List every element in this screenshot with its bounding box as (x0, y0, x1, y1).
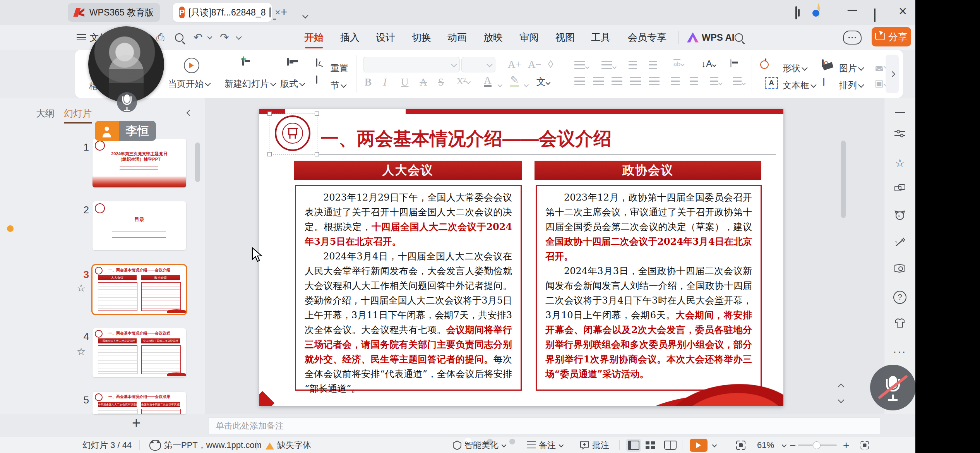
clear-format-icon[interactable]: ◊ (548, 58, 553, 70)
reset-icon[interactable] (316, 59, 317, 66)
text-box-button[interactable]: 文本框 (783, 79, 815, 91)
reset-button[interactable]: 重置 (331, 62, 348, 74)
align-center-icon[interactable] (593, 77, 604, 87)
layout-button[interactable]: 版式 (280, 78, 304, 90)
align-right-icon[interactable] (612, 77, 622, 87)
zoom-percent[interactable]: 61% (757, 437, 774, 453)
zoom-dropdown-icon[interactable] (782, 437, 785, 453)
distribute-icon[interactable] (649, 77, 660, 87)
highlight-button[interactable]: ✎ (510, 76, 519, 87)
collapse-panel-icon[interactable] (187, 110, 192, 117)
new-slide-icon[interactable] (242, 58, 244, 65)
bold-button[interactable]: B (365, 76, 372, 88)
find-icon[interactable] (175, 25, 183, 50)
ribbon-tab-transition[interactable]: 切换 (408, 25, 435, 50)
quick-effects-icon[interactable]: ☆ (895, 157, 905, 170)
char-spacing-icon[interactable]: ab (673, 61, 684, 68)
workspace-scrollbar[interactable] (841, 141, 846, 218)
notes-button[interactable]: 备注 (527, 437, 562, 453)
more-options-icon[interactable]: ··· (893, 346, 907, 358)
smart-beautify-button[interactable]: 智能美化 (453, 437, 505, 453)
restore-button[interactable] (874, 9, 875, 21)
minimize-button[interactable]: ─ (848, 2, 857, 17)
ribbon-tab-member[interactable]: 会员专享 (624, 25, 670, 50)
mute-microphone-button[interactable] (870, 365, 916, 410)
picture-button[interactable]: 图片 (839, 62, 863, 74)
close-tab-icon[interactable]: × (275, 8, 280, 17)
present-on-screen-icon[interactable] (269, 7, 271, 17)
slideshow-play-button[interactable] (690, 439, 708, 452)
tab-slides[interactable]: 幻灯片 (64, 107, 92, 124)
reading-view-button[interactable] (664, 437, 677, 453)
new-tab-button[interactable]: + (281, 5, 288, 19)
move-up-para-icon[interactable] (671, 77, 680, 87)
ribbon-tab-view[interactable]: 视图 (552, 25, 579, 50)
shapes-icon[interactable] (765, 59, 766, 66)
undo-icon[interactable]: ↶ (194, 25, 202, 50)
comment-button[interactable]: 批注 (580, 437, 609, 453)
start-from-page-button[interactable]: 当页开始 (168, 78, 209, 90)
arrange-icon[interactable] (823, 79, 824, 86)
next-slide-button[interactable] (839, 397, 846, 405)
slide-thumbnail-4[interactable]: 一、两会基本情况介绍——会议议程 十四届全国人大二次会议议程 全国政协十四届二次… (93, 328, 186, 377)
slide-thumbnail-5[interactable]: 一、两会基本情况介绍——会议成果 十四届全国人大二次会议审议通过 全国政协十四届… (93, 392, 186, 414)
play-dropdown-icon[interactable] (712, 437, 716, 453)
picture-icon[interactable] (822, 60, 824, 67)
switch-window-icon[interactable] (894, 184, 905, 195)
vertical-align-icon[interactable] (733, 77, 745, 87)
fill-color-icon[interactable]: ◛ (875, 60, 887, 71)
previous-slide-button[interactable] (839, 384, 846, 391)
pinyin-guide-button[interactable]: 文 (536, 76, 549, 88)
cloud-more-icon[interactable] (843, 25, 862, 50)
ribbon-tab-home[interactable]: 开始 (300, 25, 327, 50)
new-slide-button[interactable]: 新建幻灯片 (224, 78, 275, 90)
zoom-slider-knob[interactable] (813, 441, 821, 449)
zoom-out-button[interactable]: − (790, 437, 796, 453)
move-down-para-icon[interactable] (690, 77, 698, 87)
labs-cube-icon[interactable] (795, 7, 797, 19)
increase-indent-icon[interactable] (649, 61, 657, 70)
strikethrough-a-button[interactable]: A (420, 76, 427, 88)
font-name-select[interactable] (363, 57, 460, 72)
shrink-font-button[interactable]: A− (528, 58, 541, 70)
italic-button[interactable]: I (383, 76, 387, 88)
undo-dropdown-icon[interactable] (207, 25, 211, 50)
font-color-button[interactable]: A (484, 76, 492, 87)
decrease-indent-icon[interactable] (629, 61, 637, 70)
ribbon-tab-animation[interactable]: 动画 (444, 25, 471, 50)
notes-bar[interactable]: 单击此处添加备注 (208, 417, 880, 434)
slide-thumbnail-3-selected[interactable]: 一、两会基本情况介绍——会议介绍 人大会议 政协会议 (93, 265, 186, 314)
right-column-header[interactable]: 政协会议 (535, 161, 761, 180)
ribbon-tab-insert[interactable]: 插入 (336, 25, 363, 50)
section-button[interactable]: 节 (331, 79, 345, 91)
resource-cat-icon[interactable] (894, 210, 905, 222)
ribbon-tab-slideshow[interactable]: 放映 (480, 25, 507, 50)
ribbon-tab-design[interactable]: 设计 (372, 25, 399, 50)
wps-ai-button[interactable]: WPS AI (687, 25, 734, 50)
right-column-body[interactable]: 2023年12月，政协第十四届全国委员会召开第十二次主席会议，审议通过了关于召开… (536, 185, 762, 391)
collapse-sidebar-icon[interactable] (895, 112, 905, 113)
strikethrough-button[interactable]: S (438, 76, 444, 88)
smart-beautify-wand-icon[interactable] (894, 237, 905, 249)
close-window-button[interactable]: × (899, 3, 907, 19)
font-color-dropdown-icon[interactable] (498, 78, 501, 90)
line-spacing-icon[interactable] (710, 77, 721, 87)
underline-button[interactable]: U (401, 76, 409, 88)
zoom-in-button[interactable]: + (843, 437, 849, 453)
shapes-button[interactable]: 形状 (783, 62, 806, 74)
emblem-selection-box[interactable] (269, 113, 317, 155)
justify-icon[interactable] (630, 77, 641, 87)
smartart-convert-icon[interactable] (730, 60, 732, 67)
help-icon[interactable]: ? (893, 291, 906, 304)
document-tab[interactable]: P [只读]87f...62848_8 × (173, 3, 272, 22)
ribbon-tab-tools[interactable]: 工具 (587, 25, 614, 50)
bullet-list-icon[interactable] (574, 61, 588, 70)
redo-icon[interactable]: ↷ (220, 25, 229, 50)
superscript-button[interactable]: X² (457, 76, 469, 86)
ribbon-tab-review[interactable]: 审阅 (516, 25, 543, 50)
play-from-page-icon[interactable] (184, 58, 199, 73)
fullscreen-icon[interactable] (860, 437, 869, 453)
ribbon-expand-button[interactable] (886, 55, 899, 93)
slide-sorter-view-button[interactable] (646, 437, 655, 453)
slide-title[interactable]: 一、两会基本情况介绍——会议介绍 (320, 125, 612, 153)
